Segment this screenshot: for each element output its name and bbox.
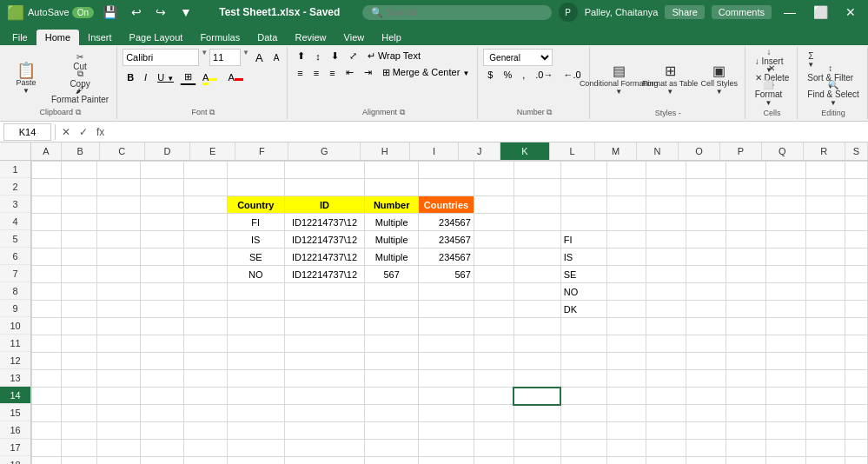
cell-A2[interactable]: [32, 179, 62, 196]
format-painter-button[interactable]: 🖌 Format Painter: [47, 87, 113, 103]
cell-S10[interactable]: [845, 318, 868, 335]
tab-file[interactable]: File: [3, 30, 36, 45]
cell-A17[interactable]: [32, 440, 62, 457]
cell-S8[interactable]: [845, 283, 868, 301]
cell-F8[interactable]: [227, 283, 284, 301]
cell-G14[interactable]: [284, 388, 365, 405]
cell-J18[interactable]: [474, 457, 514, 465]
cell-D11[interactable]: [141, 335, 184, 353]
align-bottom-button[interactable]: ⬇: [327, 49, 343, 63]
cell-P9[interactable]: [726, 301, 765, 318]
cell-D6[interactable]: [141, 249, 184, 266]
cell-G17[interactable]: [284, 440, 365, 457]
col-header-l[interactable]: L: [550, 143, 595, 160]
cell-R9[interactable]: [805, 301, 845, 318]
cell-E8[interactable]: [183, 283, 227, 301]
cell-R15[interactable]: [805, 405, 845, 422]
cell-K17[interactable]: [514, 440, 560, 457]
col-header-c[interactable]: C: [100, 143, 145, 160]
cell-N7[interactable]: [646, 266, 686, 283]
cell-reference-box[interactable]: [3, 123, 51, 141]
cell-G15[interactable]: [284, 405, 365, 422]
cell-O15[interactable]: [686, 405, 726, 422]
cell-N11[interactable]: [646, 335, 686, 353]
cell-R14[interactable]: [805, 388, 845, 405]
fill-color-button[interactable]: A: [198, 70, 222, 85]
cell-S12[interactable]: [845, 353, 868, 370]
cell-G12[interactable]: [284, 353, 365, 370]
cell-K10[interactable]: [514, 318, 560, 335]
minimize-button[interactable]: —: [779, 3, 801, 21]
cell-M7[interactable]: [606, 266, 646, 283]
cell-M8[interactable]: [606, 283, 646, 301]
cell-P4[interactable]: [726, 214, 765, 231]
cell-P5[interactable]: [726, 231, 765, 249]
cell-L14[interactable]: [560, 388, 606, 405]
cell-K18[interactable]: [514, 457, 560, 465]
cell-A10[interactable]: [32, 318, 62, 335]
font-grow-button[interactable]: A: [251, 49, 268, 66]
cell-C3[interactable]: [97, 196, 141, 214]
cell-F15[interactable]: [227, 405, 284, 422]
cell-J2[interactable]: [474, 179, 514, 196]
row-8[interactable]: 8: [0, 282, 30, 300]
cell-I16[interactable]: [419, 422, 474, 440]
cell-E5[interactable]: [183, 231, 227, 249]
cell-L15[interactable]: [560, 405, 606, 422]
cell-O18[interactable]: [686, 457, 726, 465]
cell-P10[interactable]: [726, 318, 765, 335]
cell-K16[interactable]: [514, 422, 560, 440]
cell-F10[interactable]: [227, 318, 284, 335]
row-12[interactable]: 12: [0, 352, 30, 369]
cell-P17[interactable]: [726, 440, 765, 457]
cell-E18[interactable]: [183, 457, 227, 465]
cell-N1[interactable]: [646, 162, 686, 179]
cell-N14[interactable]: [646, 388, 686, 405]
cell-P7[interactable]: [726, 266, 765, 283]
cell-F2[interactable]: [227, 179, 284, 196]
cell-M2[interactable]: [606, 179, 646, 196]
cell-styles-button[interactable]: ▣ Cell Styles ▼: [698, 55, 741, 103]
cell-O11[interactable]: [686, 335, 726, 353]
cell-C11[interactable]: [97, 335, 141, 353]
row-10[interactable]: 10: [0, 317, 30, 335]
cell-H6[interactable]: Multiple: [365, 249, 419, 266]
cell-D13[interactable]: [141, 370, 184, 388]
number-format-select[interactable]: General: [483, 49, 553, 66]
cell-L7[interactable]: SE: [560, 266, 606, 283]
cell-Q6[interactable]: [765, 249, 805, 266]
cell-O14[interactable]: [686, 388, 726, 405]
cell-S9[interactable]: [845, 301, 868, 318]
tab-formulas[interactable]: Formulas: [191, 30, 248, 45]
cell-S11[interactable]: [845, 335, 868, 353]
cell-M16[interactable]: [606, 422, 646, 440]
col-header-b[interactable]: B: [62, 143, 100, 160]
search-input[interactable]: [387, 7, 543, 17]
row-14[interactable]: 14: [0, 387, 30, 404]
cell-F16[interactable]: [227, 422, 284, 440]
cell-H16[interactable]: [365, 422, 419, 440]
cell-F18[interactable]: [227, 457, 284, 465]
col-header-i[interactable]: I: [410, 143, 460, 160]
cell-R2[interactable]: [805, 179, 845, 196]
font-size-dropdown[interactable]: ▼: [242, 49, 249, 66]
cell-L12[interactable]: [560, 353, 606, 370]
cell-C9[interactable]: [97, 301, 141, 318]
comments-button[interactable]: Comments: [712, 5, 772, 19]
row-1[interactable]: 1: [0, 161, 30, 178]
cell-M6[interactable]: [606, 249, 646, 266]
cell-K1[interactable]: [514, 162, 560, 179]
cell-G11[interactable]: [284, 335, 365, 353]
cell-K8[interactable]: [514, 283, 560, 301]
cell-O17[interactable]: [686, 440, 726, 457]
cell-B4[interactable]: [61, 214, 97, 231]
cell-G10[interactable]: [284, 318, 365, 335]
cell-S4[interactable]: [845, 214, 868, 231]
align-top-button[interactable]: ⬆: [293, 49, 309, 63]
col-header-o[interactable]: O: [679, 143, 720, 160]
cell-F1[interactable]: [227, 162, 284, 179]
cell-M15[interactable]: [606, 405, 646, 422]
cell-F9[interactable]: [227, 301, 284, 318]
cell-J9[interactable]: [474, 301, 514, 318]
sum-button[interactable]: Σ ▼: [803, 52, 818, 68]
